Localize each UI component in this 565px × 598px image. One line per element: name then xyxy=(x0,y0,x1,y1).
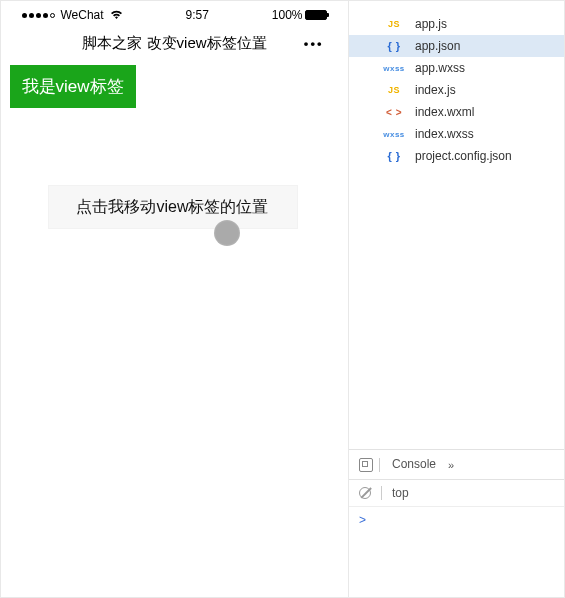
file-name: app.json xyxy=(415,39,460,53)
phone-frame: WeChat 9:57 100% 脚本之家 改变view标签位置 ••• 我是v… xyxy=(10,1,340,545)
file-name: project.config.json xyxy=(415,149,512,163)
file-name: index.js xyxy=(415,83,456,97)
battery-icon xyxy=(305,10,327,20)
wifi-icon xyxy=(110,10,123,20)
tabs-overflow-icon[interactable]: » xyxy=(448,459,454,471)
battery-percent: 100% xyxy=(272,8,303,22)
app-body: 我是view标签 点击我移动view标签的位置 xyxy=(10,65,340,545)
preview-pane: WeChat 9:57 100% 脚本之家 改变view标签位置 ••• 我是v… xyxy=(1,1,349,597)
console-context[interactable]: top xyxy=(392,486,409,500)
move-view-button[interactable]: 点击我移动view标签的位置 xyxy=(48,185,298,229)
file-list: JSapp.js{ }app.jsonwxssapp.wxssJSindex.j… xyxy=(349,1,564,167)
separator xyxy=(381,486,382,500)
carrier-label: WeChat xyxy=(61,8,104,22)
file-row[interactable]: JSapp.js xyxy=(349,13,564,35)
signal-icon xyxy=(22,13,55,18)
file-name: app.wxss xyxy=(415,61,465,75)
file-type-icon: wxss xyxy=(381,130,407,139)
clear-console-icon[interactable] xyxy=(359,487,371,499)
file-row[interactable]: JSindex.js xyxy=(349,79,564,101)
console-prompt-icon: > xyxy=(359,513,366,527)
file-type-icon: < > xyxy=(381,107,407,118)
separator xyxy=(379,458,380,472)
file-type-icon: wxss xyxy=(381,64,407,73)
file-type-icon: JS xyxy=(381,85,407,95)
tab-console[interactable]: Console xyxy=(386,453,442,477)
status-bar: WeChat 9:57 100% xyxy=(10,1,340,24)
file-name: index.wxss xyxy=(415,127,474,141)
page-title: 脚本之家 改变view标签位置 xyxy=(56,34,294,53)
right-pane: JSapp.js{ }app.jsonwxssapp.wxssJSindex.j… xyxy=(349,1,564,597)
file-type-icon: JS xyxy=(381,19,407,29)
view-tag[interactable]: 我是view标签 xyxy=(10,65,136,108)
file-row[interactable]: < >index.wxml xyxy=(349,101,564,123)
file-name: app.js xyxy=(415,17,447,31)
clock: 9:57 xyxy=(186,8,209,22)
file-type-icon: { } xyxy=(381,40,407,52)
console-body[interactable]: > xyxy=(349,507,564,597)
file-row[interactable]: { }project.config.json xyxy=(349,145,564,167)
file-row[interactable]: wxssapp.wxss xyxy=(349,57,564,79)
nav-bar: 脚本之家 改变view标签位置 ••• xyxy=(10,24,340,65)
file-type-icon: { } xyxy=(381,150,407,162)
more-menu-icon[interactable]: ••• xyxy=(294,36,324,51)
file-row[interactable]: wxssindex.wxss xyxy=(349,123,564,145)
console-panel: Console » top > xyxy=(349,449,564,597)
file-row[interactable]: { }app.json xyxy=(349,35,564,57)
elements-picker-icon[interactable] xyxy=(359,458,373,472)
file-name: index.wxml xyxy=(415,105,474,119)
